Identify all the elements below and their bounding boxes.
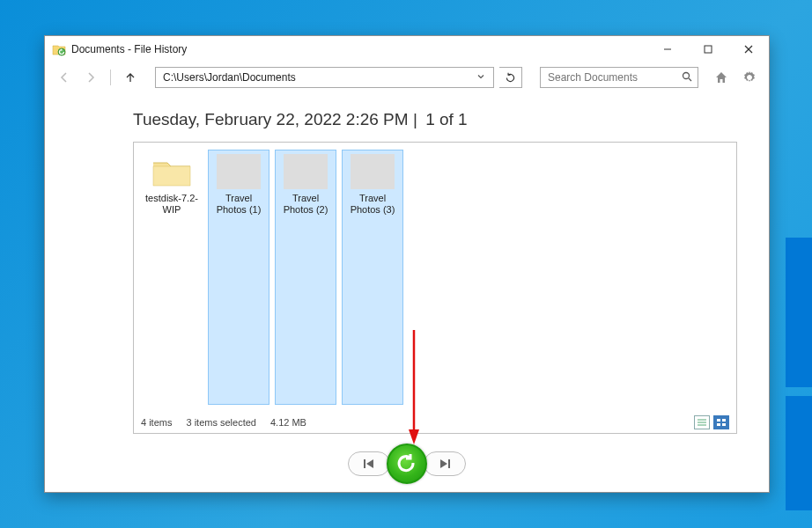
svg-point-7 <box>748 76 751 79</box>
folder-item[interactable]: testdisk-7.2-WIP <box>141 150 203 405</box>
version-timestamp: Tuesday, February 22, 2022 2:26 PM <box>133 110 409 128</box>
search-icon[interactable] <box>682 71 692 84</box>
svg-rect-14 <box>722 423 726 426</box>
next-version-button[interactable] <box>424 451 466 476</box>
selection-count: 3 items selected <box>186 417 255 428</box>
item-label: Travel Photos (3) <box>344 193 401 216</box>
chevron-down-icon[interactable] <box>474 71 488 84</box>
item-label: Travel Photos (1) <box>210 193 267 216</box>
close-button[interactable] <box>728 36 769 62</box>
window-title: Documents - File History <box>71 43 187 55</box>
title-bar: Documents - File History <box>45 36 769 62</box>
search-box[interactable] <box>540 67 698 88</box>
thumbnails-view-icon[interactable] <box>713 415 729 429</box>
maximize-button[interactable] <box>688 36 728 62</box>
desktop-tile <box>786 396 812 510</box>
file-item[interactable]: Travel Photos (1) <box>208 150 269 405</box>
gear-icon[interactable] <box>739 67 760 88</box>
search-input[interactable] <box>546 70 682 84</box>
address-bar[interactable]: C:\Users\Jordan\Documents <box>155 67 494 88</box>
status-bar: 4 items 3 items selected 4.12 MB <box>134 412 736 433</box>
folder-icon <box>150 154 194 189</box>
photo-thumbnail <box>351 154 395 189</box>
up-button[interactable] <box>120 67 141 88</box>
refresh-button[interactable] <box>499 67 522 88</box>
bottom-controls <box>45 443 769 492</box>
item-label: Travel Photos (2) <box>277 193 334 216</box>
address-text: C:\Users\Jordan\Documents <box>163 71 474 84</box>
back-button[interactable] <box>54 67 75 88</box>
file-history-window: Documents - File History C:\Users\Jordan… <box>44 35 770 493</box>
desktop-tile <box>786 238 812 387</box>
version-page: 1 of 1 <box>425 110 468 128</box>
restore-button[interactable] <box>387 444 427 484</box>
forward-button[interactable] <box>80 67 101 88</box>
svg-rect-12 <box>722 419 726 422</box>
svg-rect-15 <box>364 459 365 468</box>
selection-size: 4.12 MB <box>270 417 306 428</box>
content-area: Tuesday, February 22, 2022 2:26 PM | 1 o… <box>45 92 769 443</box>
svg-line-6 <box>689 78 691 81</box>
file-pane: testdisk-7.2-WIPTravel Photos (1)Travel … <box>133 142 737 434</box>
file-item[interactable]: Travel Photos (3) <box>342 150 403 405</box>
svg-rect-16 <box>448 459 450 468</box>
navigation-bar: C:\Users\Jordan\Documents <box>45 62 769 92</box>
svg-point-5 <box>683 72 690 78</box>
version-header: Tuesday, February 22, 2022 2:26 PM | 1 o… <box>133 101 737 142</box>
svg-rect-13 <box>717 423 720 426</box>
photo-thumbnail <box>217 154 261 189</box>
file-item[interactable]: Travel Photos (2) <box>275 150 336 405</box>
item-label: testdisk-7.2-WIP <box>144 193 200 216</box>
svg-rect-11 <box>717 419 720 422</box>
item-count: 4 items <box>141 417 172 428</box>
separator <box>110 70 111 85</box>
svg-rect-2 <box>705 46 712 53</box>
items-container[interactable]: testdisk-7.2-WIPTravel Photos (1)Travel … <box>134 143 736 412</box>
previous-version-button[interactable] <box>348 451 390 476</box>
photo-thumbnail <box>284 154 328 189</box>
minimize-button[interactable] <box>647 36 688 62</box>
details-view-icon[interactable] <box>694 415 710 429</box>
header-sep: | <box>413 110 422 128</box>
home-icon[interactable] <box>711 67 732 88</box>
app-icon <box>52 42 66 56</box>
